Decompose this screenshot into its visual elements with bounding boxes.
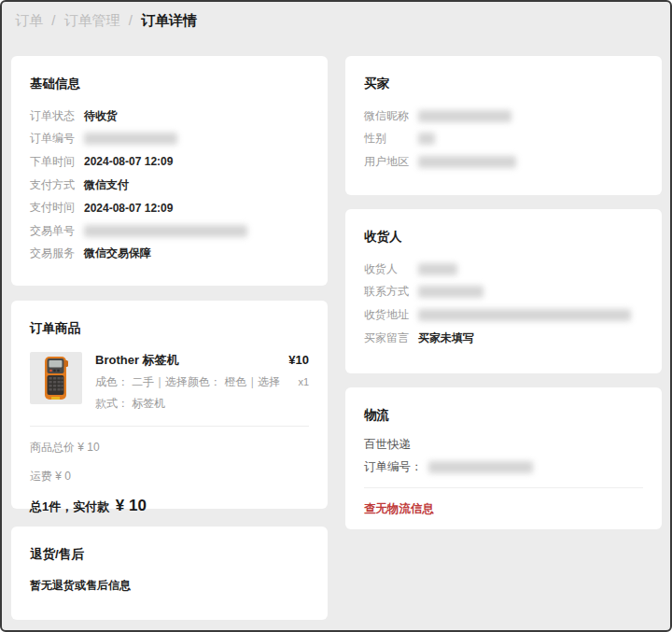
transaction-service-value: 微信交易保障	[84, 246, 151, 261]
product-spec-line1: 成色： 二手｜选择颜色： 橙色｜选择	[95, 374, 280, 390]
transaction-service-row: 交易服务 微信交易保障	[30, 243, 309, 266]
buyer-message-row: 买家留言 买家未填写	[364, 327, 643, 350]
gender-redacted-value	[418, 133, 435, 145]
order-items-title: 订单商品	[30, 320, 309, 337]
order-time-label: 下单时间	[30, 154, 84, 170]
order-detail-page: 订单 / 订单管理 / 订单详情 基础信息 订单状态 待收货 订单编号 下单时间…	[0, 0, 672, 632]
shipping-address-redacted-value	[418, 309, 631, 321]
after-sale-card: 退货/售后 暂无退货或售后信息	[11, 527, 328, 620]
order-status-value: 待收货	[84, 108, 118, 124]
payment-time-label: 支付时间	[30, 200, 84, 216]
logistics-divider	[364, 487, 643, 488]
recipient-name-redacted-value	[418, 263, 457, 275]
wechat-nickname-label: 微信昵称	[364, 108, 418, 124]
order-number-redacted-value	[84, 133, 177, 145]
buyer-message-label: 买家留言	[364, 330, 418, 346]
payment-method-row: 支付方式 微信支付	[30, 174, 309, 197]
transaction-service-label: 交易服务	[30, 246, 84, 261]
order-items-card: 订单商品	[11, 301, 328, 509]
buyer-card: 买家 微信昵称 性别 用户地区	[345, 56, 662, 195]
product-name: Brother 标签机	[95, 352, 179, 369]
breadcrumb-separator: /	[129, 12, 133, 28]
subtotal-line: 商品总价 ¥ 10	[30, 440, 309, 456]
order-time-row: 下单时间 2024-08-07 12:09	[30, 150, 309, 174]
tracking-number-label: 订单编号：	[364, 459, 423, 475]
wechat-nickname-row: 微信昵称	[364, 105, 643, 128]
recipient-card: 收货人 收货人 联系方式 收货地址 买家留言 买家未填写	[345, 209, 662, 373]
recipient-name-row: 收货人	[364, 258, 643, 281]
gender-row: 性别	[364, 128, 643, 151]
breadcrumb-separator: /	[51, 12, 55, 28]
total-line: 总1件，实付款 ¥ 10	[30, 497, 309, 515]
product-price: ¥10	[288, 353, 309, 367]
order-time-value: 2024-08-07 12:09	[84, 155, 173, 168]
contact-redacted-value	[418, 286, 483, 298]
buyer-rows: 微信昵称 性别 用户地区	[364, 105, 643, 174]
recipient-name-label: 收货人	[364, 261, 418, 277]
transaction-number-label: 交易单号	[30, 223, 84, 239]
gender-label: 性别	[364, 131, 418, 147]
total-prefix: 总1件，实付款	[30, 499, 109, 513]
user-region-row: 用户地区	[364, 150, 643, 174]
order-number-label: 订单编号	[30, 131, 84, 147]
shipping-fee-line: 运费 ¥ 0	[30, 469, 309, 485]
order-items-divider	[30, 426, 309, 427]
order-number-row: 订单编号	[30, 128, 309, 151]
contact-row: 联系方式	[364, 281, 643, 304]
after-sale-title: 退货/售后	[30, 546, 309, 563]
user-region-redacted-value	[418, 156, 516, 168]
buyer-title: 买家	[364, 76, 643, 92]
transaction-number-redacted-value	[84, 225, 247, 237]
product-info: Brother 标签机 ¥10 成色： 二手｜选择颜色： 橙色｜选择 x1 款式…	[95, 352, 309, 412]
product-quantity: x1	[298, 376, 309, 387]
breadcrumb: 订单 / 订单管理 / 订单详情	[15, 12, 197, 30]
logistics-card: 物流 百世快递 订单编号： 查无物流信息	[345, 387, 662, 529]
product-image	[30, 352, 82, 404]
logistics-title: 物流	[364, 407, 643, 424]
recipient-rows: 收货人 联系方式 收货地址 买家留言 买家未填写	[364, 258, 643, 349]
basic-info-rows: 订单状态 待收货 订单编号 下单时间 2024-08-07 12:09 支付方式…	[30, 105, 309, 265]
shipping-address-label: 收货地址	[364, 307, 418, 323]
order-status-label: 订单状态	[30, 108, 84, 124]
breadcrumb-current-order-detail: 订单详情	[141, 12, 197, 28]
recipient-title: 收货人	[364, 229, 643, 246]
after-sale-empty-text: 暂无退货或售后信息	[30, 578, 309, 594]
payment-time-value: 2024-08-07 12:09	[84, 202, 173, 215]
order-status-row: 订单状态 待收货	[30, 105, 309, 128]
buyer-message-value: 买家未填写	[418, 330, 474, 346]
basic-info-card: 基础信息 订单状态 待收货 订单编号 下单时间 2024-08-07 12:09…	[11, 56, 328, 286]
product-row: Brother 标签机 ¥10 成色： 二手｜选择颜色： 橙色｜选择 x1 款式…	[30, 352, 309, 412]
carrier-name: 百世快递	[364, 437, 643, 453]
wechat-nickname-redacted-value	[418, 110, 511, 122]
transaction-number-row: 交易单号	[30, 219, 309, 243]
breadcrumb-orders[interactable]: 订单	[15, 12, 43, 28]
basic-info-title: 基础信息	[30, 76, 309, 92]
product-spec-line2: 款式： 标签机	[95, 396, 309, 412]
breadcrumb-order-management[interactable]: 订单管理	[64, 12, 120, 28]
no-logistics-info-link[interactable]: 查无物流信息	[364, 501, 434, 517]
shipping-address-row: 收货地址	[364, 303, 643, 327]
payment-method-value: 微信支付	[84, 177, 129, 193]
user-region-label: 用户地区	[364, 154, 418, 170]
total-amount: ¥ 10	[116, 497, 147, 514]
payment-method-label: 支付方式	[30, 177, 84, 193]
payment-time-row: 支付时间 2024-08-07 12:09	[30, 196, 309, 219]
tracking-number-redacted-value	[428, 461, 533, 473]
contact-label: 联系方式	[364, 284, 418, 300]
tracking-number-row: 订单编号：	[364, 459, 643, 475]
